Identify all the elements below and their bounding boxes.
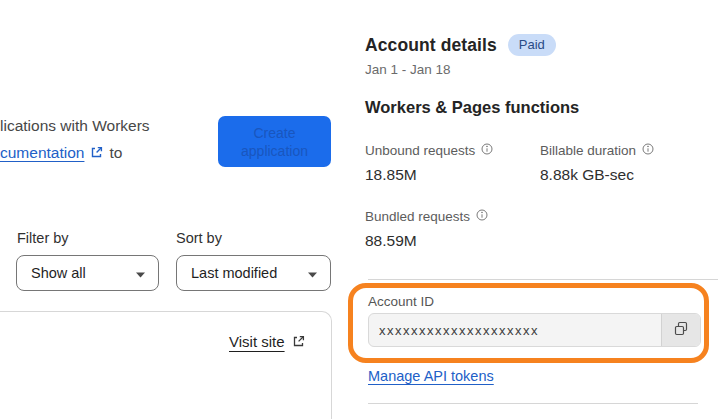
- stat-label: Billable duration: [540, 143, 636, 158]
- stat-value: 18.85M: [365, 166, 493, 184]
- manage-api-tokens-row: Manage API tokens: [368, 368, 494, 384]
- sort-by-label: Sort by: [176, 230, 222, 246]
- page-title: Account details: [365, 35, 497, 56]
- plan-badge: Paid: [508, 34, 556, 56]
- account-id-field-group: [368, 313, 701, 347]
- filter-dropdown-value: Show all: [31, 265, 86, 281]
- project-card: [0, 311, 332, 419]
- section-title: Workers & Pages functions: [365, 98, 579, 117]
- info-icon[interactable]: [481, 143, 493, 158]
- divider: [368, 403, 698, 404]
- filter-dropdown[interactable]: Show all: [16, 255, 159, 291]
- stat-bundled-requests: Bundled requests 88.59M: [365, 209, 488, 250]
- visit-site-link[interactable]: Visit site: [229, 333, 285, 350]
- intro-text: lications with Workers cumentation to: [0, 112, 150, 166]
- workers-pages-dashboard: lications with Workers cumentation to Cr…: [0, 0, 718, 419]
- info-icon[interactable]: [642, 143, 654, 158]
- account-details-header: Account details Paid: [365, 34, 556, 56]
- chevron-down-icon: [308, 265, 317, 281]
- stat-billable-duration: Billable duration 8.88k GB-sec: [540, 143, 654, 184]
- stat-value: 8.88k GB-sec: [540, 166, 654, 184]
- info-icon[interactable]: [476, 209, 488, 224]
- manage-api-tokens-link[interactable]: Manage API tokens: [368, 368, 494, 384]
- visit-site-row: Visit site: [229, 333, 305, 350]
- stat-unbound-requests: Unbound requests 18.85M: [365, 143, 493, 184]
- stat-value: 88.59M: [365, 232, 488, 250]
- intro-line1: lications with Workers: [0, 112, 150, 139]
- create-application-button[interactable]: Create application: [218, 116, 331, 167]
- documentation-link[interactable]: cumentation: [0, 139, 84, 166]
- date-range: Jan 1 - Jan 18: [365, 62, 451, 77]
- external-link-icon: [292, 335, 305, 348]
- sort-dropdown-value: Last modified: [191, 265, 277, 281]
- copy-icon: [674, 321, 689, 339]
- stat-label: Bundled requests: [365, 209, 470, 224]
- filter-by-label: Filter by: [17, 230, 69, 246]
- external-link-icon: [90, 146, 103, 159]
- stat-label: Unbound requests: [365, 143, 475, 158]
- copy-button[interactable]: [661, 314, 700, 346]
- account-id-label: Account ID: [368, 294, 434, 309]
- sort-dropdown[interactable]: Last modified: [176, 255, 331, 291]
- divider: [368, 279, 718, 280]
- account-id-input[interactable]: [369, 314, 661, 346]
- chevron-down-icon: [136, 265, 145, 281]
- intro-suffix: to: [109, 139, 122, 166]
